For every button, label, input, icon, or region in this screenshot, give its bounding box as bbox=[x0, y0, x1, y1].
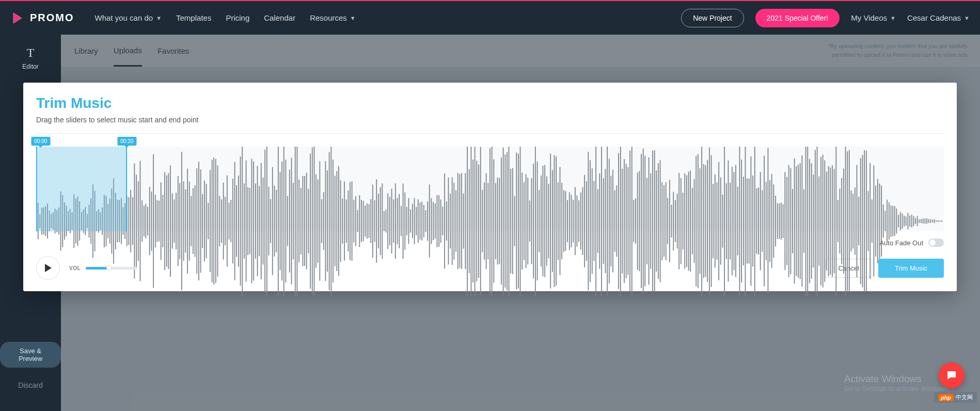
discard-button[interactable]: Discard bbox=[18, 381, 42, 389]
special-offer-button[interactable]: 2021 Special Offer! bbox=[755, 9, 840, 27]
top-nav: PROMO What you can do▼ Templates Pricing… bbox=[0, 1, 980, 35]
nav-pricing[interactable]: Pricing bbox=[226, 13, 249, 22]
badge-b: 中文网 bbox=[956, 393, 973, 401]
new-project-button[interactable]: New Project bbox=[681, 9, 744, 27]
text-icon: T bbox=[27, 46, 35, 60]
user-menu[interactable]: Cesar Cadenas▼ bbox=[907, 13, 970, 22]
nav-left: What you can do▼ Templates Pricing Calen… bbox=[95, 13, 356, 22]
waveform bbox=[36, 147, 944, 296]
sidebar-editor[interactable]: T Editor bbox=[22, 46, 38, 70]
trim-selection[interactable] bbox=[36, 147, 127, 231]
modal-subtitle: Drag the sliders to select music start a… bbox=[36, 116, 944, 124]
nav-calendar[interactable]: Calendar bbox=[264, 13, 295, 22]
logo-icon bbox=[10, 11, 25, 25]
chat-fab[interactable] bbox=[939, 362, 965, 388]
my-videos-menu[interactable]: My Videos▼ bbox=[851, 13, 896, 22]
fade-toggle[interactable] bbox=[928, 239, 944, 247]
chat-icon bbox=[945, 369, 958, 382]
nav-label: My Videos bbox=[851, 13, 887, 22]
php-badge: php 中文网 bbox=[934, 392, 977, 403]
badge-a: php bbox=[938, 394, 954, 401]
volume-thumb[interactable] bbox=[106, 265, 112, 271]
waveform-container[interactable]: 00:00 00:20 bbox=[36, 133, 944, 231]
activate-title: Activate Windows bbox=[844, 373, 950, 385]
nav-right: New Project 2021 Special Offer! My Video… bbox=[681, 9, 970, 27]
activate-windows: Activate Windows Go to Settings to activ… bbox=[844, 373, 950, 392]
sidebar-label: Editor bbox=[22, 63, 38, 70]
nav-label: What you can do bbox=[95, 13, 153, 22]
chevron-down-icon: ▼ bbox=[350, 15, 356, 21]
activate-sub: Go to Settings to activate Windows. bbox=[844, 385, 950, 392]
nav-templates[interactable]: Templates bbox=[176, 13, 211, 22]
chevron-down-icon: ▼ bbox=[156, 15, 162, 21]
nav-resources[interactable]: Resources▼ bbox=[310, 13, 356, 22]
nav-label: Resources bbox=[310, 13, 347, 22]
chevron-down-icon: ▼ bbox=[964, 15, 970, 21]
nav-what-you-can-do[interactable]: What you can do▼ bbox=[95, 13, 162, 22]
modal-title: Trim Music bbox=[36, 95, 944, 112]
nav-label: Cesar Cadenas bbox=[907, 13, 961, 22]
chevron-down-icon: ▼ bbox=[890, 15, 896, 21]
start-time-tag[interactable]: 00:00 bbox=[31, 137, 50, 146]
brand-text: PROMO bbox=[30, 12, 74, 24]
logo[interactable]: PROMO bbox=[10, 11, 74, 25]
volume-slider[interactable] bbox=[86, 267, 137, 270]
save-preview-button[interactable]: Save & Preview bbox=[0, 342, 61, 368]
end-time-tag[interactable]: 00:20 bbox=[117, 137, 136, 146]
trim-music-modal: Trim Music Drag the sliders to select mu… bbox=[23, 83, 957, 291]
sidebar-bottom: Save & Preview Discard bbox=[0, 343, 61, 411]
